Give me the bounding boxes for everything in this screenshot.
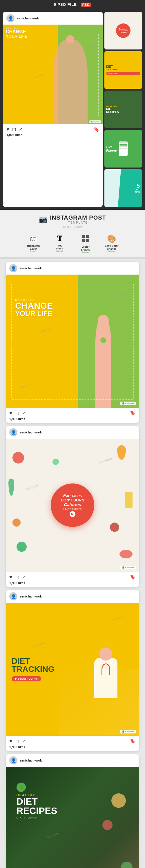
collage-main: 👤 senichan.work READY TO CHANGE YOUR LIF… [3, 12, 103, 207]
post1-image: READY TO CHANGE YOUR LIFE ©envato ©envat… [6, 275, 139, 408]
instagram-logo: 📷 [39, 215, 48, 223]
post1-share[interactable]: ↗ [22, 410, 26, 416]
main-title: INSTAGRAM POST [50, 214, 106, 221]
post4-username: senichan.work [20, 758, 42, 762]
collage-side: Exercises DON'T BURN Calories DIET TRACK… [104, 12, 142, 207]
svg-rect-2 [82, 239, 85, 242]
post3-avatar: 👤 [9, 592, 17, 600]
comment-icon-small[interactable]: ◻ [12, 126, 16, 132]
post4-avatar: 👤 [9, 756, 17, 765]
post3-likes: 1,903 likes [9, 745, 136, 749]
features-row: 🗂 OrganizedLayer ©envato 𝐓 FreeFonts ©en… [0, 231, 145, 257]
post2-username: senichan.work [20, 431, 42, 434]
post2-comment[interactable]: ◻ [15, 574, 19, 580]
post1-comment[interactable]: ◻ [15, 410, 19, 416]
thumb-exercises: Exercises DON'T BURN Calories [104, 12, 142, 50]
post3-heart[interactable]: ♥ [9, 738, 13, 744]
feature-label-4: Easy ColorChange [105, 245, 118, 250]
post3-share[interactable]: ↗ [22, 738, 26, 744]
post2-avatar: 👤 [9, 428, 17, 436]
thumb-diet-tracking: DIET TRACKING START TODAY! [104, 51, 142, 89]
svg-rect-3 [86, 239, 89, 242]
thumb-diet-recipes: HEALTHY DIET RECIPES [104, 91, 142, 128]
post2-bookmark[interactable]: 🔖 [130, 574, 136, 580]
post2-share[interactable]: ↗ [22, 574, 26, 580]
feature-easy-color: 🎨 Easy ColorChange ©envato [99, 235, 125, 253]
post1-heart[interactable]: ♥ [9, 410, 13, 416]
svg-rect-1 [86, 235, 89, 238]
collage-section: 👤 senichan.work READY TO CHANGE YOUR LIF… [0, 9, 145, 210]
dimensions-text: 1200 × 1200 px [6, 225, 139, 228]
bookmark-icon-small[interactable]: 🔖 [93, 126, 99, 132]
post-2-card: 👤 senichan.work Exercises DON'T BURN Cal… [6, 426, 139, 587]
username-small: senichan.work [17, 17, 39, 20]
avatar-small: 👤 [6, 14, 15, 22]
feature-organized-layer: 🗂 OrganizedLayer ©envato [20, 235, 46, 253]
post2-likes: 1,903 likes [9, 581, 136, 585]
layers-icon: 🗂 [30, 235, 37, 243]
banner-label: 6 PSD FILE [54, 2, 77, 7]
psd-icon: PSD [81, 3, 91, 7]
post2-heart[interactable]: ♥ [9, 574, 13, 580]
heart-icon-small[interactable]: ♥ [6, 127, 9, 132]
share-icon-small[interactable]: ↗ [19, 126, 23, 132]
envato-label-1: ©envato [30, 250, 37, 252]
feature-label-2: FreeFonts [56, 244, 63, 250]
post-1-card: 👤 senichan.work READY TO CHANGE YOUR LIF… [6, 262, 139, 423]
top-banner: 6 PSD FILE PSD [0, 0, 145, 9]
color-icon: 🎨 [107, 235, 116, 243]
post1-likes: 1,903 likes [9, 417, 136, 421]
post3-comment[interactable]: ◻ [15, 738, 19, 744]
feature-label-3: VectorShapes [81, 245, 90, 251]
feature-label-1: OrganizedLayer [27, 245, 40, 250]
post3-bookmark[interactable]: 🔖 [130, 738, 136, 744]
fonts-icon: 𝐓 [57, 235, 62, 243]
vector-icon [81, 235, 90, 244]
svg-rect-0 [82, 235, 85, 238]
post-4-card: 👤 senichan.work HEALTHY DIET RECIPES STA… [6, 754, 139, 868]
feature-free-fonts: 𝐓 FreeFonts ©envato [46, 235, 72, 253]
envato-label-4: ©envato [108, 250, 115, 252]
envato-label-2: ©envato [56, 250, 63, 252]
post-3-card: 👤 senichan.work DIET TRACKING ▶ START TO… [6, 590, 139, 751]
post3-image: DIET TRACKING ▶ START TODAY!! ©envato ©e… [6, 603, 139, 736]
envato-label-3: ©envato [82, 251, 89, 253]
likes-small: 1,903 likes [6, 133, 99, 136]
post1-bookmark[interactable]: 🔖 [130, 410, 136, 416]
thumb-diet-planner: DietPlanner [104, 130, 142, 167]
post3-username: senichan.work [20, 595, 42, 598]
post1-username: senichan.work [20, 267, 42, 270]
post4-image: HEALTHY DIET RECIPES START TODAY!! 🌿 ©en… [6, 767, 139, 868]
post1-avatar: 👤 [9, 264, 17, 272]
feature-vector-shapes: VectorShapes ©envato [72, 235, 99, 253]
main-subtitle: TEMPLATE [50, 221, 106, 224]
thumb-diet-tips: 5 DIET TIPS [104, 169, 142, 207]
title-section: 📷 INSTAGRAM POST TEMPLATE 1200 × 1200 px [0, 210, 145, 231]
post2-image: Exercises DON'T BURN Calories START TODA… [6, 439, 139, 572]
